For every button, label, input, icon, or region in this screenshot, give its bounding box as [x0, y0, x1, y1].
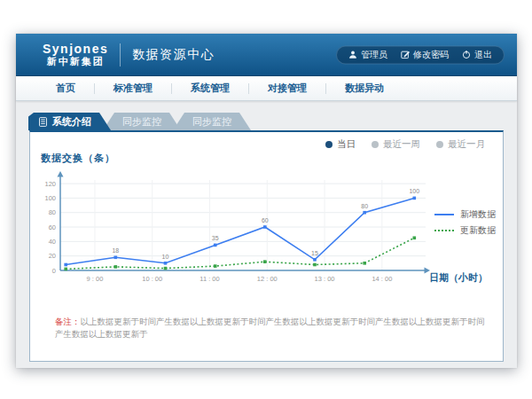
svg-text:80: 80 — [49, 208, 56, 216]
user-icon — [348, 51, 357, 59]
header-divider — [120, 43, 121, 66]
document-icon — [39, 117, 47, 127]
filter-label: 最近一月 — [448, 138, 485, 151]
svg-text:9 : 00: 9 : 00 — [87, 275, 104, 283]
logout-label: 退出 — [474, 49, 492, 61]
tab-label: 同步监控 — [122, 115, 161, 129]
logo-company-name: 新中新集团 — [43, 56, 108, 66]
svg-text:40: 40 — [49, 238, 56, 246]
nav-item-data-change[interactable]: 数据异动 — [326, 82, 403, 95]
svg-text:13 : 00: 13 : 00 — [315, 275, 335, 283]
chart-y-axis-title: 数据交换（条） — [41, 152, 115, 165]
app-title: 数据资源中心 — [132, 47, 215, 63]
svg-text:11 : 00: 11 : 00 — [200, 275, 219, 283]
svg-text:100: 100 — [409, 188, 419, 194]
current-user-label: 管理员 — [361, 49, 387, 61]
legend-label: 更新数据 — [460, 224, 496, 237]
svg-text:100: 100 — [44, 194, 56, 202]
svg-text:0: 0 — [52, 267, 56, 275]
tab-sync-monitor-2[interactable]: 同步监控 — [173, 113, 251, 130]
nav-item-standard-mgmt[interactable]: 标准管理 — [95, 82, 171, 95]
footnote-prefix: 备注： — [55, 317, 81, 326]
power-icon — [462, 51, 471, 59]
radio-dot-icon — [436, 141, 443, 148]
filter-label: 最近一周 — [383, 138, 420, 151]
change-password-label: 修改密码 — [413, 49, 449, 61]
line-chart: 0204060801001209 : 0010 : 0011 : 0012 : … — [34, 171, 431, 292]
main-nav: 首页 标准管理 系统管理 对接管理 数据异动 — [16, 76, 517, 101]
radio-dot-icon — [372, 141, 379, 148]
tab-bar: 系统介绍 同步监控 同步监控 — [16, 101, 517, 130]
svg-text:20: 20 — [49, 252, 56, 260]
svg-text:80: 80 — [361, 203, 368, 209]
tab-sync-monitor-1[interactable]: 同步监控 — [103, 113, 181, 130]
legend-line-sample — [434, 230, 454, 231]
time-range-filters: 当日 最近一周 最近一月 — [325, 138, 485, 151]
legend-item-updated-data: 更新数据 — [434, 223, 496, 239]
legend-label: 新增数据 — [460, 208, 496, 221]
filter-last-month[interactable]: 最近一月 — [436, 138, 485, 151]
edit-icon — [401, 51, 410, 59]
nav-item-interface-mgmt[interactable]: 对接管理 — [249, 82, 325, 95]
svg-text:60: 60 — [49, 223, 56, 231]
svg-text:10 : 00: 10 : 00 — [142, 275, 162, 283]
svg-text:60: 60 — [262, 217, 269, 223]
tab-label: 系统介绍 — [52, 115, 91, 129]
logout-button[interactable]: 退出 — [462, 49, 492, 61]
content-panel: 当日 最近一周 最近一月 数据交换（条） 0204060801001209 : … — [29, 130, 504, 362]
svg-text:10: 10 — [162, 254, 169, 260]
nav-item-home[interactable]: 首页 — [37, 82, 94, 95]
filter-last-week[interactable]: 最近一周 — [372, 138, 420, 151]
brand-logo: Synjones 新中新集团 — [43, 43, 108, 66]
footnote-text: 以上数据更新于时间产生数据以上数据更新于时间产生数据以上数据更新于时间产生数据以… — [55, 317, 485, 339]
tab-system-intro[interactable]: 系统介绍 — [28, 113, 111, 130]
radio-dot-icon — [325, 141, 332, 148]
svg-text:12 : 00: 12 : 00 — [257, 275, 278, 283]
chart-area: 0204060801001209 : 0010 : 0011 : 0012 : … — [34, 171, 499, 306]
nav-item-system-mgmt[interactable]: 系统管理 — [172, 82, 248, 95]
legend-line-sample — [434, 214, 454, 215]
user-toolbar: 管理员 修改密码 退出 — [336, 45, 505, 64]
svg-text:15: 15 — [311, 250, 318, 256]
app-header: Synjones 新中新集团 数据资源中心 管理员 修改密码 — [16, 34, 517, 76]
content-area: 系统介绍 同步监控 同步监控 当日 最近一周 — [16, 101, 517, 369]
footnote: 备注：以上数据更新于时间产生数据以上数据更新于时间产生数据以上数据更新于时间产生… — [55, 316, 487, 341]
svg-text:14 : 00: 14 : 00 — [372, 275, 392, 283]
logo-wordmark: Synjones — [43, 43, 108, 56]
tab-label: 同步监控 — [192, 115, 231, 129]
change-password-button[interactable]: 修改密码 — [401, 49, 449, 61]
current-user-button[interactable]: 管理员 — [348, 49, 387, 61]
svg-text:35: 35 — [212, 235, 219, 241]
filter-label: 当日 — [337, 138, 356, 151]
app-window: Synjones 新中新集团 数据资源中心 管理员 修改密码 — [16, 34, 517, 368]
svg-text:120: 120 — [44, 180, 56, 188]
svg-text:18: 18 — [112, 247, 119, 254]
chart-x-axis-title: 日期（小时） — [429, 271, 488, 285]
chart-legend: 新增数据 更新数据 — [434, 207, 496, 239]
filter-today[interactable]: 当日 — [325, 138, 356, 151]
legend-item-new-data: 新增数据 — [434, 207, 496, 223]
